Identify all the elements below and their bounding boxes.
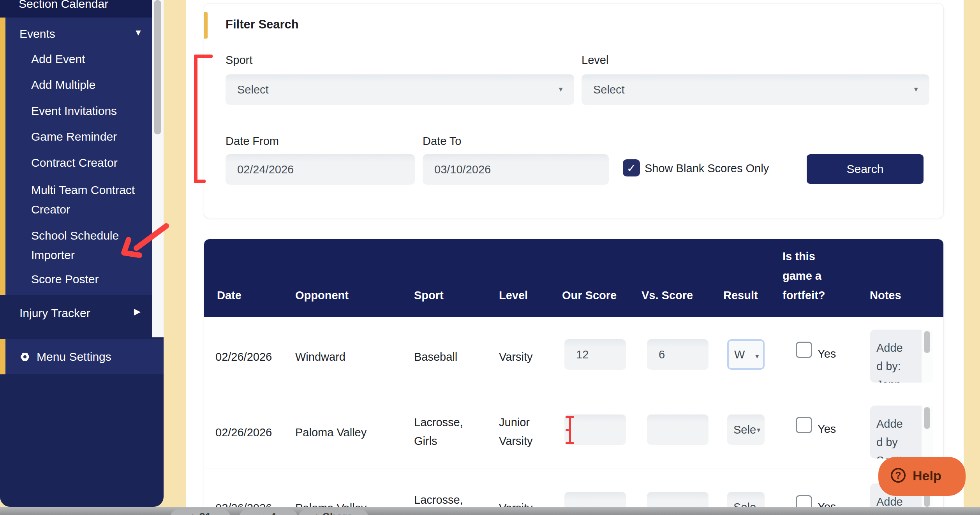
result-select[interactable]: Sele ▼: [727, 414, 765, 445]
result-value: W: [734, 348, 745, 361]
sidebar-item-add-multiple[interactable]: Add Multiple: [31, 76, 95, 93]
sidebar-item-section-calendar[interactable]: Section Calendar: [0, 0, 152, 18]
date-to-value: 03/10/2026: [434, 163, 491, 176]
date-to-label: Date To: [423, 135, 461, 148]
date-from-label: Date From: [226, 135, 279, 148]
checkmark-icon: ✓: [626, 161, 636, 175]
sport-select-value: Select: [237, 83, 269, 96]
date-to-input[interactable]: 03/10/2026: [423, 154, 609, 185]
share-button[interactable]: ↑ Share: [298, 509, 368, 515]
help-label: Help: [913, 468, 941, 483]
notes-text: Adde d by Scott: [876, 415, 903, 459]
annotation-bracket-vertical: [194, 55, 197, 183]
notes-textarea[interactable]: Adde d by: Jenn: [870, 330, 933, 383]
cell-opponent: Windward: [295, 347, 345, 366]
scrollbar-thumb[interactable]: [924, 331, 930, 353]
date-from-input[interactable]: 02/24/2026: [226, 154, 415, 185]
forfeit-checkbox[interactable]: [796, 417, 812, 433]
sidebar-item-label: Menu Settings: [37, 348, 111, 365]
col-header-result: Result: [723, 286, 758, 305]
sidebar-item-label: Section Calendar: [19, 0, 108, 11]
sidebar-item-events[interactable]: Events: [19, 25, 55, 42]
col-header-our-score: Our Score: [562, 286, 617, 305]
scrollbar-thumb[interactable]: [924, 407, 930, 429]
notes-scrollbar[interactable]: [922, 330, 933, 383]
result-select[interactable]: W ▼: [727, 339, 765, 370]
level-select-value: Select: [593, 83, 625, 96]
col-header-date: Date: [217, 286, 241, 305]
score-poster-page: { "colors": { "cream_background": "#f7e3…: [0, 0, 980, 515]
sidebar-item-injury-tracker[interactable]: Injury Tracker ▶: [0, 295, 152, 337]
notes-scrollbar[interactable]: [922, 406, 933, 459]
cell-level: JuniorVarsity: [499, 413, 532, 450]
forfeit-yes-label: Yes: [818, 344, 836, 363]
vs-score-input[interactable]: 6: [647, 339, 709, 370]
search-button[interactable]: Search: [807, 154, 924, 184]
sidebar-scrollbar-thumb[interactable]: [154, 0, 161, 134]
annotation-bracket-top: [194, 55, 213, 58]
cell-sport: Lacrosse,Girls: [414, 413, 463, 450]
notes-textarea[interactable]: Adde d by Scott: [870, 406, 933, 459]
row-divider: [204, 469, 943, 469]
show-blank-scores-label: Show Blank Scores Only: [645, 162, 769, 175]
cell-date: 02/26/2026: [215, 423, 272, 442]
col-header-notes: Notes: [870, 286, 901, 305]
gear-icon: [18, 350, 32, 364]
chevron-down-icon: ▼: [913, 86, 919, 93]
row-divider: [204, 389, 943, 389]
question-circle-icon: ?: [891, 468, 906, 483]
table-header-row: Date Opponent Sport Level Our Score Vs. …: [204, 239, 943, 317]
help-button[interactable]: ? Help: [878, 457, 966, 496]
chevron-down-icon: ▼: [756, 427, 761, 433]
chevron-down-icon: ▼: [557, 86, 564, 93]
sidebar-item-score-poster[interactable]: Score Poster: [31, 271, 99, 288]
sidebar-item-label: Injury Tracker: [19, 305, 90, 322]
our-score-value: 12: [576, 348, 589, 361]
chevron-down-icon[interactable]: ▼: [134, 28, 143, 38]
bottom-annotation-toolbar: ⌂ 21 ○ 4 ↑ Share: [0, 507, 980, 515]
sidebar-scrollbar-track[interactable]: [152, 0, 164, 337]
chevron-down-icon: ▼: [754, 353, 760, 360]
scores-table-card: Date Opponent Sport Level Our Score Vs. …: [204, 239, 944, 515]
our-score-input[interactable]: 12: [564, 339, 626, 370]
col-header-opponent: Opponent: [295, 286, 349, 305]
annotation-bracket-bottom: [194, 180, 206, 183]
annotation-text-cursor: [565, 416, 576, 446]
sidebar-item-contract-creator[interactable]: Contract Creator: [31, 154, 118, 171]
show-blank-scores-checkbox[interactable]: ✓: [623, 159, 640, 176]
vs-score-value: 6: [659, 348, 665, 361]
result-value: Sele: [733, 423, 756, 436]
sidebar-item-game-reminder[interactable]: Game Reminder: [31, 128, 117, 145]
sidebar-item-multi-team-contract-creator[interactable]: Multi Team Contract Creator: [31, 180, 156, 219]
forfeit-checkbox[interactable]: [796, 342, 812, 358]
sidebar-item-menu-settings[interactable]: Menu Settings: [0, 339, 164, 374]
sport-label: Sport: [226, 54, 252, 67]
col-header-level: Level: [499, 286, 528, 305]
cell-opponent: Paloma Valley: [295, 423, 367, 442]
events-group-accent: [0, 18, 5, 295]
sport-select[interactable]: Select ▼: [226, 74, 574, 105]
sidebar-item-add-event[interactable]: Add Event: [31, 51, 85, 68]
col-header-vs-score: Vs. Score: [642, 286, 693, 305]
cell-sport: Lacrosse,: [414, 490, 463, 509]
comments-count-button[interactable]: ⌂ 21: [170, 509, 231, 515]
chevron-right-icon: ▶: [134, 307, 141, 317]
date-from-value: 02/24/2026: [237, 163, 294, 176]
cell-level: Varsity: [499, 347, 532, 366]
col-header-forfeit: Is this game a fortfeit?: [783, 247, 843, 305]
col-header-sport: Sport: [414, 286, 444, 305]
menu-settings-accent: [0, 339, 5, 374]
pages-count-button[interactable]: ○ 4: [239, 509, 298, 515]
sidebar-item-event-invitations[interactable]: Event Invitations: [31, 102, 117, 120]
vs-score-input[interactable]: [647, 414, 709, 445]
filter-search-card: Filter Search Sport Select ▼ Level Selec…: [204, 3, 944, 218]
level-select[interactable]: Select ▼: [582, 74, 929, 105]
filter-search-title: Filter Search: [226, 18, 299, 32]
forfeit-yes-label: Yes: [818, 420, 836, 438]
cell-sport: Baseball: [414, 347, 457, 366]
cell-date: 02/26/2026: [215, 347, 272, 366]
gold-accent-bar: [204, 12, 208, 39]
level-label: Level: [582, 54, 608, 67]
annotation-arrow: [119, 220, 173, 261]
notes-text: Adde d by: Jenn: [876, 339, 903, 383]
